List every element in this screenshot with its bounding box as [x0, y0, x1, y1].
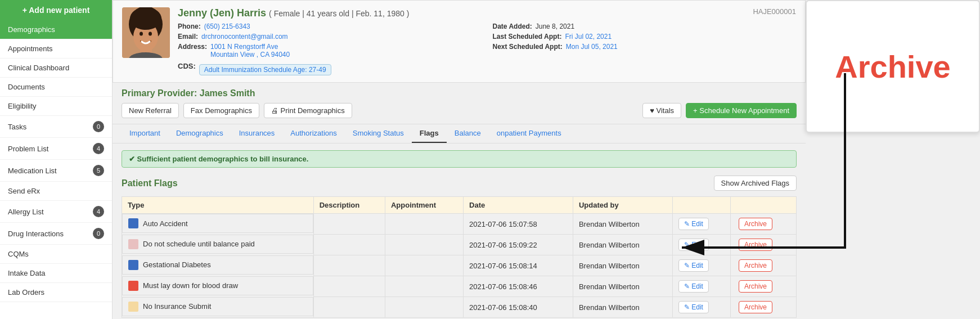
sidebar-item-allergy-list[interactable]: Allergy List4 — [0, 201, 112, 223]
patient-header: Jenny (Jen) Harris ( Female | 41 years o… — [113, 0, 806, 83]
flag-description — [313, 235, 385, 255]
sidebar: + Add new patient DemographicsAppointmen… — [0, 0, 113, 319]
print-demographics-button[interactable]: 🖨 Print Demographics — [264, 103, 352, 118]
svg-point-3 — [130, 7, 161, 30]
vitals-button[interactable]: ♥ Vitals — [642, 103, 681, 118]
sidebar-badge: 0 — [93, 228, 104, 239]
archive-cell: Archive — [731, 235, 797, 255]
flag-date: 2021-07-06 15:08:46 — [464, 276, 573, 297]
flag-appointment — [385, 235, 463, 255]
flags-table: TypeDescriptionAppointmentDateUpdated by… — [122, 196, 797, 318]
flag-color-cell: Gestational Diabetes — [122, 255, 313, 275]
table-row: Must lay down for blood draw2021-07-06 1… — [122, 276, 797, 297]
action-buttons: New Referral Fax Demographics 🖨 Print De… — [122, 103, 797, 118]
tab-flags[interactable]: Flags — [412, 124, 447, 143]
table-row: No Insurance Submit2021-07-06 15:08:40Br… — [122, 297, 797, 318]
sidebar-item-cqms[interactable]: CQMs — [0, 245, 112, 264]
flag-color-swatch — [128, 302, 138, 312]
show-archived-flags-button[interactable]: Show Archived Flags — [714, 176, 797, 191]
sidebar-item-label: Demographics — [8, 25, 55, 34]
sidebar-item-drug-interactions[interactable]: Drug Interactions0 — [0, 223, 112, 245]
flag-updated-by: Brendan Wilberton — [573, 214, 672, 235]
edit-flag-button[interactable]: ✎ Edit — [678, 239, 709, 251]
patient-info: Jenny (Jen) Harris ( Female | 41 years o… — [178, 7, 796, 75]
next-appt-row: Next Scheduled Appt: Mon Jul 05, 2021 — [493, 43, 797, 59]
flag-type: Must lay down for blood draw — [143, 281, 238, 290]
svg-point-4 — [140, 32, 143, 36]
archive-cell: Archive — [731, 214, 797, 235]
archive-callout: Archive — [806, 0, 980, 133]
sidebar-item-send-erx[interactable]: Send eRx — [0, 182, 112, 201]
flag-date: 2021-07-06 15:09:22 — [464, 235, 573, 255]
sidebar-badge: 0 — [93, 121, 104, 132]
edit-flag-button[interactable]: ✎ Edit — [678, 259, 709, 272]
tab-demographics[interactable]: Demographics — [168, 124, 231, 143]
sidebar-item-clinical-dashboard[interactable]: Clinical Dashboard — [0, 59, 112, 78]
flag-description — [313, 276, 385, 297]
flag-appointment — [385, 297, 463, 318]
table-header: Appointment — [385, 197, 463, 214]
provider-section: Primary Provider: James Smith New Referr… — [113, 83, 806, 124]
sidebar-badge: 4 — [93, 206, 104, 217]
archive-flag-button[interactable]: Archive — [739, 218, 772, 230]
email-row: Email: drchronocontent@gmail.com — [178, 33, 482, 41]
sidebar-item-label: Drug Interactions — [8, 230, 64, 238]
flag-appointment — [385, 276, 463, 297]
flag-date: 2021-07-06 15:07:58 — [464, 214, 573, 235]
tab-onpatient-payments[interactable]: onpatient Payments — [489, 124, 569, 143]
tab-smoking-status[interactable]: Smoking Status — [345, 124, 412, 143]
new-referral-button[interactable]: New Referral — [122, 103, 179, 118]
avatar — [122, 7, 170, 58]
schedule-new-appointment-button[interactable]: + Schedule New Appointment — [686, 103, 797, 118]
archive-flag-button[interactable]: Archive — [739, 280, 772, 293]
archive-flag-button[interactable]: Archive — [739, 259, 772, 272]
sidebar-item-label: Medication List — [8, 167, 57, 175]
sidebar-item-label: Lab Orders — [8, 288, 44, 296]
sidebar-item-label: CQMs — [8, 250, 29, 258]
flag-color-swatch — [128, 239, 138, 249]
sidebar-item-label: Eligibility — [8, 102, 37, 110]
flag-type: Auto Accident — [143, 219, 188, 228]
tab-insurances[interactable]: Insurances — [231, 124, 283, 143]
flag-color-swatch — [128, 281, 138, 291]
sidebar-item-lab-orders[interactable]: Lab Orders — [0, 283, 112, 302]
sidebar-item-documents[interactable]: Documents — [0, 78, 112, 97]
tab-balance[interactable]: Balance — [447, 124, 489, 143]
sidebar-item-medication-list[interactable]: Medication List5 — [0, 160, 112, 182]
add-new-patient-button[interactable]: + Add new patient — [0, 0, 112, 20]
archive-flag-button[interactable]: Archive — [739, 301, 772, 313]
table-row: Do not schedule until balance paid2021-0… — [122, 235, 797, 255]
archive-cell: Archive — [731, 255, 797, 276]
edit-flag-button[interactable]: ✎ Edit — [678, 218, 709, 230]
patient-name: Jenny (Jen) Harris ( Female | 41 years o… — [178, 7, 796, 19]
sidebar-item-intake-data[interactable]: Intake Data — [0, 264, 112, 283]
flags-title: Patient Flags — [122, 178, 178, 188]
flag-updated-by: Brendan Wilberton — [573, 276, 672, 297]
sidebar-item-eligibility[interactable]: Eligibility — [0, 97, 112, 116]
sidebar-item-problem-list[interactable]: Problem List4 — [0, 138, 112, 160]
sidebar-item-label: Appointments — [8, 44, 53, 53]
sidebar-item-demographics[interactable]: Demographics — [0, 20, 112, 39]
archive-cell: Archive — [731, 297, 797, 318]
flag-updated-by: Brendan Wilberton — [573, 255, 672, 276]
sidebar-item-label: Documents — [8, 83, 45, 91]
patient-id: HAJE000001 — [753, 7, 796, 16]
last-appt-row: Last Scheduled Appt: Fri Jul 02, 2021 — [493, 33, 797, 41]
cds-row: CDS: Adult Immunization Schedule Age: 27… — [178, 62, 796, 75]
tab-authorizations[interactable]: Authorizations — [282, 124, 344, 143]
flag-description — [313, 297, 385, 318]
sidebar-item-label: Problem List — [8, 145, 48, 153]
flag-date: 2021-07-06 15:08:14 — [464, 255, 573, 276]
address-row: Address: 1001 N Rengstorff Ave Mountain … — [178, 43, 482, 59]
svg-point-5 — [149, 32, 152, 36]
sidebar-item-tasks[interactable]: Tasks0 — [0, 116, 112, 138]
archive-flag-button[interactable]: Archive — [739, 239, 772, 251]
tab-important[interactable]: Important — [122, 124, 168, 143]
fax-demographics-button[interactable]: Fax Demographics — [183, 103, 259, 118]
sidebar-item-appointments[interactable]: Appointments — [0, 39, 112, 59]
sidebar-badge: 5 — [93, 165, 104, 176]
edit-flag-button[interactable]: ✎ Edit — [678, 301, 709, 313]
table-row: Auto Accident2021-07-06 15:07:58Brendan … — [122, 214, 797, 235]
edit-flag-button[interactable]: ✎ Edit — [678, 280, 709, 293]
table-header: Date — [464, 197, 573, 214]
